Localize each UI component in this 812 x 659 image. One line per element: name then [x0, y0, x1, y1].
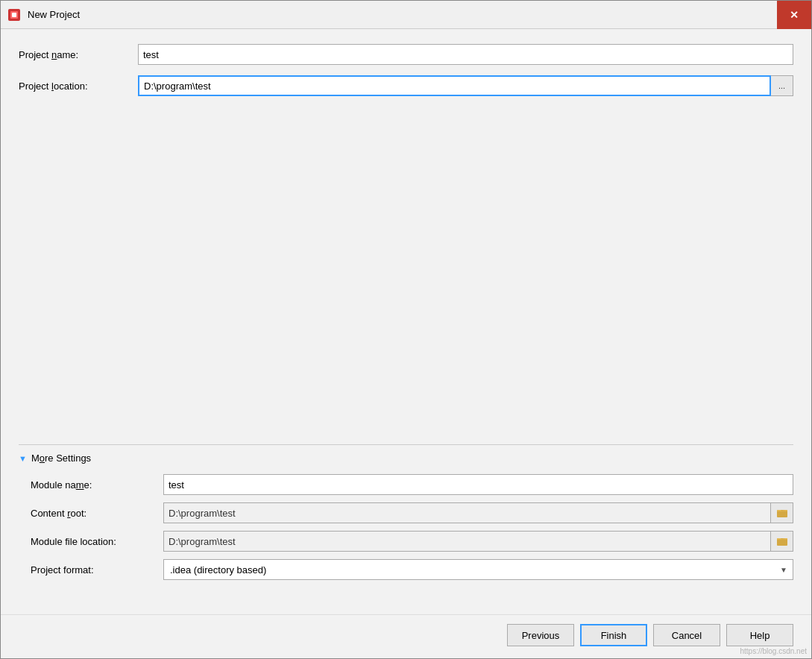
- content-root-label: Content root:: [31, 508, 163, 519]
- project-name-row: Project name:: [19, 44, 793, 65]
- previous-button[interactable]: Previous: [507, 624, 574, 646]
- project-format-label: Project format:: [31, 564, 163, 576]
- new-project-dialog: New Project ✕ Project name: Project loca…: [0, 0, 812, 659]
- content-root-row: Content root: D:\program\test: [31, 502, 793, 523]
- more-settings-section: ▼ More Settings Module name: Content roo…: [19, 444, 793, 587]
- project-name-label: Project name:: [19, 49, 138, 60]
- project-location-label: Project location:: [19, 81, 138, 92]
- module-file-location-value: D:\program\test: [163, 531, 771, 552]
- module-file-location-label: Module file location:: [31, 536, 163, 547]
- spacer: [19, 107, 793, 444]
- module-name-row: Module name:: [31, 474, 793, 495]
- module-file-location-browse-button[interactable]: [771, 531, 793, 552]
- more-settings-fields: Module name: Content root: D:\program\te…: [19, 474, 793, 580]
- project-location-input[interactable]: [138, 75, 771, 96]
- project-name-input[interactable]: [138, 44, 793, 65]
- more-settings-header[interactable]: ▼ More Settings: [19, 453, 793, 464]
- module-name-input[interactable]: [163, 474, 793, 495]
- folder-icon-2: [776, 535, 788, 547]
- dialog-footer: Previous Finish Cancel Help: [1, 614, 811, 658]
- module-file-location-row: Module file location: D:\program\test: [31, 531, 793, 552]
- content-root-value: D:\program\test: [163, 502, 771, 523]
- finish-button[interactable]: Finish: [580, 624, 647, 646]
- folder-icon: [776, 507, 788, 519]
- watermark: https://blog.csdn.net: [740, 647, 807, 655]
- help-button[interactable]: Help: [726, 624, 793, 646]
- project-format-select-wrapper: .idea (directory based) .ipr (file based…: [163, 559, 793, 580]
- browse-button[interactable]: ...: [771, 75, 793, 96]
- content-root-browse-button[interactable]: [771, 502, 793, 523]
- close-button[interactable]: ✕: [777, 1, 811, 29]
- dialog-body: Project name: Project location: ... ▼ Mo…: [1, 29, 811, 614]
- dialog-title: New Project: [28, 9, 805, 20]
- project-location-row: Project location: ...: [19, 75, 793, 96]
- project-format-row: Project format: .idea (directory based) …: [31, 559, 793, 580]
- svg-rect-2: [12, 13, 16, 17]
- project-format-select[interactable]: .idea (directory based) .ipr (file based…: [163, 559, 793, 580]
- title-bar: New Project ✕: [1, 1, 811, 29]
- cancel-button[interactable]: Cancel: [653, 624, 720, 646]
- app-icon: [7, 7, 22, 22]
- module-name-label: Module name:: [31, 479, 163, 491]
- more-settings-arrow-icon: ▼: [19, 454, 27, 463]
- more-settings-label: More Settings: [31, 453, 91, 464]
